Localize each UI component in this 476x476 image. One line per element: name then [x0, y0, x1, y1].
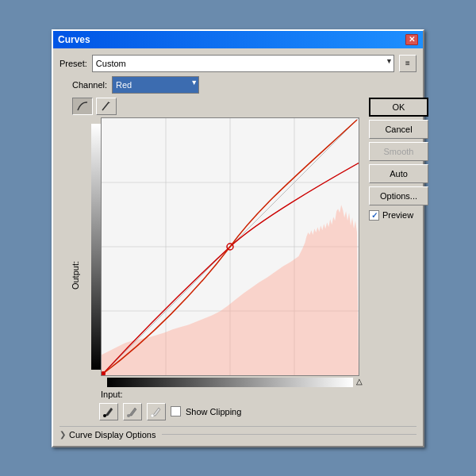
preset-select[interactable]: Custom Default Strong Contrast — [92, 55, 394, 72]
smooth-button[interactable]: Smooth — [369, 142, 428, 161]
right-button-panel: OK Cancel Smooth Auto Options... ✓ Previ… — [369, 98, 428, 221]
preview-label: Preview — [382, 210, 413, 220]
preset-row: Preset: Custom Default Strong Contrast ▼… — [60, 55, 416, 72]
input-label: Input: — [101, 390, 123, 399]
white-point-triangle: △ — [356, 377, 363, 386]
white-point-eyedropper-button[interactable] — [147, 403, 166, 420]
auto-button[interactable]: Auto — [369, 164, 428, 183]
curve-grid-svg — [102, 118, 359, 375]
options-button[interactable]: Options... — [369, 186, 428, 205]
pencil-tool-button[interactable] — [96, 98, 117, 115]
tools-row — [72, 98, 363, 115]
dialog-body: Preset: Custom Default Strong Contrast ▼… — [53, 48, 423, 446]
output-label: Output: — [71, 261, 80, 290]
curve-canvas-area: △ — [101, 117, 363, 387]
pencil-tool-icon — [100, 100, 113, 113]
close-button[interactable]: ✕ — [405, 34, 418, 45]
curve-area-wrapper: △ — [91, 117, 363, 387]
titlebar: Curves ✕ — [53, 31, 423, 48]
curve-section: Output: — [60, 98, 363, 420]
svg-line-0 — [102, 102, 109, 110]
curve-with-labels: Output: — [60, 117, 363, 387]
channel-select-wrapper: Red RGB Green Blue ▼ — [112, 76, 199, 94]
svg-point-13 — [103, 414, 106, 417]
gray-eyedropper-icon — [125, 405, 140, 419]
preset-select-wrapper: Custom Default Strong Contrast ▼ — [92, 55, 394, 72]
y-gradient-bar — [91, 124, 101, 370]
channel-row: Channel: Red RGB Green Blue ▼ — [72, 76, 416, 94]
preview-checkbox[interactable]: ✓ — [369, 210, 379, 221]
curve-tool-button[interactable] — [72, 98, 93, 115]
curve-display-separator — [162, 434, 416, 435]
main-content-area: Output: — [60, 98, 416, 420]
curves-dialog: Curves ✕ Preset: Custom Default Strong C… — [52, 29, 424, 447]
black-point-eyedropper-button[interactable] — [99, 403, 118, 420]
channel-select[interactable]: Red RGB Green Blue — [112, 76, 199, 94]
curve-tool-icon — [76, 100, 89, 113]
preset-label: Preset: — [60, 59, 87, 68]
preview-checkmark: ✓ — [371, 211, 378, 220]
show-clipping-checkbox[interactable] — [171, 406, 181, 416]
cancel-button[interactable]: Cancel — [369, 120, 428, 139]
channel-label: Channel: — [72, 80, 107, 90]
x-gradient-row: △ — [101, 376, 363, 387]
svg-point-15 — [151, 414, 154, 417]
black-eyedropper-icon — [102, 405, 116, 419]
output-section: Output: — [60, 117, 91, 387]
curve-display-options-row[interactable]: ❯ Curve Display Options — [60, 426, 416, 440]
preset-menu-button[interactable]: ≡ — [399, 55, 416, 72]
curve-canvas[interactable] — [101, 117, 359, 376]
svg-point-14 — [127, 414, 130, 417]
show-clipping-label: Show Clipping — [186, 407, 241, 416]
curve-display-options-label: Curve Display Options — [69, 430, 155, 440]
dialog-title: Curves — [58, 34, 90, 45]
ok-button[interactable]: OK — [369, 98, 428, 117]
x-gradient-bar — [107, 378, 353, 387]
bottom-controls-row: Show Clipping — [99, 403, 363, 420]
input-label-row: Input: — [101, 390, 363, 399]
expand-curve-display-icon: ❯ — [60, 430, 66, 439]
preview-row: ✓ Preview — [369, 210, 428, 221]
white-eyedropper-icon — [149, 405, 163, 419]
gray-point-eyedropper-button[interactable] — [123, 403, 142, 420]
